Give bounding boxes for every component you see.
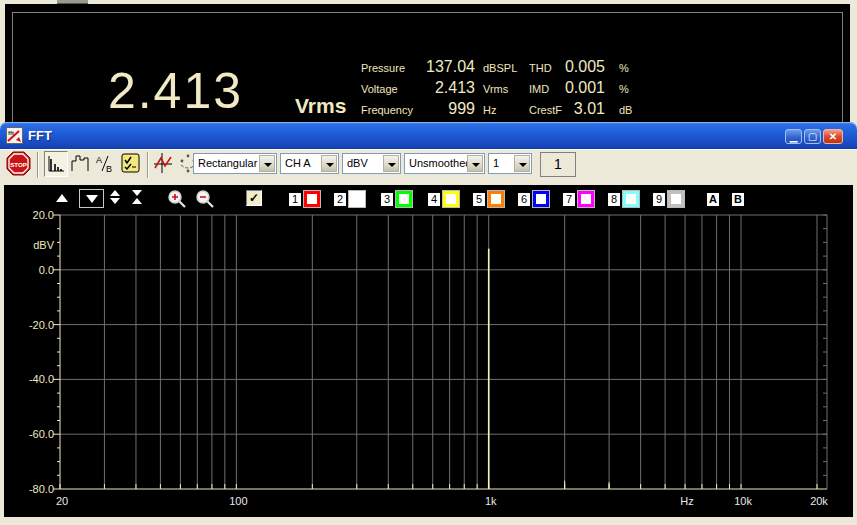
chevron-down-icon[interactable] (321, 155, 337, 172)
main-level-unit: Vrms (295, 94, 346, 118)
svg-text:-20.0: -20.0 (29, 319, 54, 331)
main-level-value: 2.413 (93, 62, 243, 120)
spectrum-icon (45, 152, 67, 176)
voltage-unit: Vrms (483, 83, 508, 95)
octave-band-button[interactable] (69, 151, 93, 177)
svg-text:-60.0: -60.0 (29, 428, 54, 440)
svg-text:20k: 20k (810, 495, 828, 507)
measurement-row: Pressure 137.04 dBSPL THD 0.005 % (357, 58, 657, 78)
voltage-value: 2.413 (409, 79, 475, 97)
checklist-icon (119, 151, 141, 175)
pressure-unit: dBSPL (483, 62, 517, 74)
a-b-compare-icon: A B (94, 151, 116, 175)
channel-combo[interactable]: CH A (280, 153, 339, 174)
average-counter-display: 1 (540, 152, 576, 177)
spectrum-view-button[interactable] (44, 151, 68, 177)
y-unit-combo[interactable]: dBV (342, 153, 401, 174)
chevron-down-icon[interactable] (467, 155, 483, 172)
fft-toolbar: STOP A B (0, 149, 857, 185)
svg-text:10k: 10k (734, 495, 752, 507)
svg-text:A: A (96, 155, 102, 165)
svg-text:20.0: 20.0 (33, 209, 54, 221)
window-title: FFT (28, 128, 52, 143)
chevron-down-icon[interactable] (514, 155, 530, 172)
smoothing-combo[interactable]: Unsmoothed (404, 153, 485, 174)
imd-unit: % (619, 83, 629, 95)
smoothing-combo-value: Unsmoothed (409, 157, 471, 169)
minimize-button[interactable]: ▁ (785, 129, 802, 144)
imd-value: 0.001 (557, 79, 605, 97)
svg-text:STOP: STOP (10, 161, 27, 168)
crestf-unit: dB (619, 104, 632, 116)
scope-setup-button[interactable] (152, 151, 176, 177)
pressure-value: 137.04 (409, 58, 475, 76)
toolbar-separator (37, 152, 39, 178)
fft-app-icon: fft (6, 127, 23, 144)
thd-unit: % (619, 62, 629, 74)
y-unit-combo-value: dBV (347, 157, 368, 169)
close-button[interactable]: ✕ (823, 129, 843, 144)
chevron-down-icon[interactable] (383, 155, 399, 172)
chevron-down-icon[interactable] (259, 155, 275, 172)
voltage-label: Voltage (361, 83, 398, 95)
thd-value: 0.005 (557, 58, 605, 76)
fft-window-combo[interactable]: Rectangular (193, 153, 277, 174)
svg-text:0.0: 0.0 (39, 264, 54, 276)
measurement-row: Voltage 2.413 Vrms IMD 0.001 % (357, 79, 657, 99)
stop-button[interactable]: STOP (6, 151, 31, 177)
channel-combo-value: CH A (285, 157, 311, 169)
octave-bars-icon (69, 151, 91, 175)
svg-text:100: 100 (229, 495, 247, 507)
crestf-value: 3.01 (557, 100, 605, 118)
svg-text:Hz: Hz (680, 495, 693, 507)
pressure-label: Pressure (361, 62, 405, 74)
svg-text:1k: 1k (485, 495, 497, 507)
frequency-value: 999 (409, 100, 475, 118)
fft-spectrum-plot[interactable]: 20.00.0-20.0-40.0-60.0-80.0dBV201001kHz1… (0, 185, 857, 517)
settings-checklist-button[interactable] (119, 151, 143, 177)
averages-combo-value: 1 (493, 157, 499, 169)
fft-window-combo-value: Rectangular (198, 157, 257, 169)
toolbar-separator (147, 152, 149, 178)
averages-combo[interactable]: 1 (488, 153, 532, 174)
screen: { "window": { "title": "FFT" }, "top_pan… (0, 0, 857, 525)
svg-text:-40.0: -40.0 (29, 373, 54, 385)
level-meter-panel: 2.413 Vrms Pressure 137.04 dBSPL THD 0.0… (5, 4, 850, 122)
svg-text:B: B (106, 164, 112, 174)
frequency-unit: Hz (483, 104, 496, 116)
svg-text:20: 20 (56, 495, 68, 507)
frequency-label: Frequency (361, 104, 413, 116)
imd-label: IMD (529, 83, 549, 95)
thd-label: THD (529, 62, 552, 74)
svg-text:-80.0: -80.0 (29, 483, 54, 495)
svg-text:dBV: dBV (33, 239, 54, 251)
maximize-button[interactable]: ▢ (804, 129, 821, 144)
measurement-row: Frequency 999 Hz CrestF 3.01 dB (357, 100, 657, 120)
ab-compare-button[interactable]: A B (94, 151, 118, 177)
crosshair-setup-icon (152, 151, 174, 175)
fft-window-titlebar[interactable]: fft FFT (0, 122, 857, 149)
